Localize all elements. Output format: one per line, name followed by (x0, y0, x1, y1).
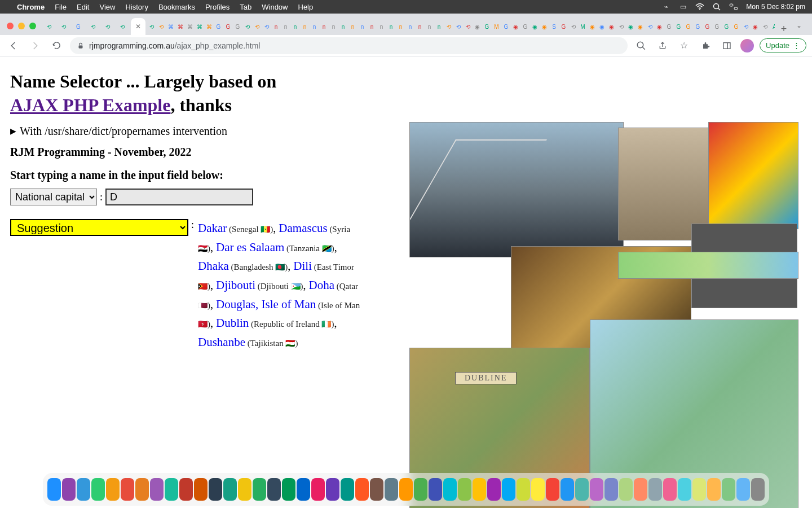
dock-app[interactable] (179, 478, 193, 501)
dock-app[interactable] (209, 478, 222, 501)
tab-bg[interactable]: ⟲ (262, 18, 271, 35)
tab-bg[interactable]: G (520, 18, 530, 35)
tab-bg[interactable]: G (482, 18, 492, 35)
update-button[interactable]: Update ⋮ (760, 38, 806, 52)
tab-bg[interactable]: ◉ (655, 18, 664, 35)
tab-bg[interactable]: n (329, 18, 338, 35)
back-button[interactable] (6, 38, 21, 54)
tab-bg[interactable]: G (703, 18, 712, 35)
tab-bg[interactable]: S (549, 18, 559, 35)
menu-view[interactable]: View (99, 3, 115, 11)
suggestion-link[interactable]: Dili (293, 259, 312, 273)
dock-app[interactable] (326, 478, 339, 501)
suggestion-link[interactable]: Djibouti (216, 278, 255, 292)
fullscreen-window-button[interactable] (29, 23, 36, 29)
tab-bg[interactable]: G (674, 18, 683, 35)
suggestion-link[interactable]: Dushanbe (198, 335, 245, 349)
tab-bg[interactable]: ◉ (530, 18, 540, 35)
tab-bg[interactable]: G (214, 18, 223, 35)
tab-bg[interactable]: n (415, 18, 425, 35)
dock-app[interactable] (619, 478, 633, 501)
tab-bg[interactable]: ⌘ (204, 18, 214, 35)
dock-app[interactable] (590, 478, 603, 501)
suggestion-link[interactable]: Dublin (216, 316, 249, 330)
tab-bg[interactable]: n (434, 18, 444, 35)
dock-app[interactable] (135, 478, 149, 501)
tab-bg[interactable]: n (319, 18, 329, 35)
tab-bg[interactable]: ⟲ (453, 18, 463, 35)
tab-bg[interactable]: ◉ (597, 18, 607, 35)
dock-app[interactable] (561, 478, 574, 501)
dock-app[interactable] (546, 478, 559, 501)
dock-app[interactable] (150, 478, 164, 501)
tab-bg[interactable]: n (281, 18, 290, 35)
tab-bg[interactable]: ⌘ (195, 18, 204, 35)
tab-bg[interactable]: G (731, 18, 741, 35)
dock-app[interactable] (517, 478, 530, 501)
menubar-app-name[interactable]: Chrome (17, 3, 45, 11)
dock-app[interactable] (634, 478, 647, 501)
dock-app[interactable] (238, 478, 251, 501)
spotlight-icon[interactable] (712, 2, 721, 11)
tab-bg[interactable]: ⟲ (252, 18, 262, 35)
tab-bg[interactable]: n (386, 18, 396, 35)
suggestion-link[interactable]: Doha (309, 278, 335, 292)
suggestion-link[interactable]: Douglas, Isle of Man (216, 297, 316, 311)
menu-profiles[interactable]: Profiles (205, 3, 230, 11)
dock-app[interactable] (106, 478, 120, 501)
suggestion-link[interactable]: Dakar (198, 221, 227, 235)
dock-app[interactable] (194, 478, 208, 501)
dock-app[interactable] (370, 478, 383, 501)
tab-bg[interactable]: ⟲ (86, 18, 100, 35)
tab-bg[interactable]: n (358, 18, 367, 35)
dock-app[interactable] (751, 478, 765, 501)
dock-app[interactable] (355, 478, 369, 501)
dock-app[interactable] (575, 478, 589, 501)
dock-app[interactable] (692, 478, 706, 501)
tab-bg[interactable]: n (290, 18, 300, 35)
menubar-clock[interactable]: Mon 5 Dec 8:02 pm (746, 3, 805, 11)
share-icon[interactable] (655, 38, 670, 54)
dock-app[interactable] (165, 478, 178, 501)
tab-bg[interactable]: ◉ (588, 18, 597, 35)
dock-app[interactable] (736, 478, 750, 501)
dock-app[interactable] (297, 478, 310, 501)
tab-bg[interactable]: ⟲ (56, 18, 71, 35)
dock-app[interactable] (47, 478, 61, 501)
wifi-icon[interactable] (695, 2, 704, 11)
dock-app[interactable] (77, 478, 90, 501)
tab-bg[interactable]: n (425, 18, 434, 35)
tab-bg[interactable]: ⟲ (115, 18, 130, 35)
close-icon[interactable]: ✕ (135, 23, 141, 30)
tab-bg[interactable]: ⌘ (175, 18, 185, 35)
tab-active[interactable]: ✕ (131, 18, 145, 35)
dock-app[interactable] (473, 478, 486, 501)
tab-bg[interactable]: ⟲ (568, 18, 578, 35)
suggestion-link[interactable]: Damascus (279, 221, 327, 235)
dock-app[interactable] (429, 478, 442, 501)
menu-file[interactable]: File (55, 3, 67, 11)
tab-bg[interactable]: G (712, 18, 722, 35)
dock-app[interactable] (487, 478, 501, 501)
tab-bg[interactable]: G (559, 18, 568, 35)
dock-app[interactable] (678, 478, 691, 501)
reload-button[interactable] (48, 38, 64, 54)
tab-bg[interactable]: ◉ (511, 18, 520, 35)
tab-bg[interactable]: G (693, 18, 703, 35)
dock-app[interactable] (91, 478, 105, 501)
dock-app[interactable] (414, 478, 427, 501)
bookmark-star-icon[interactable]: ☆ (676, 38, 692, 54)
tab-bg[interactable]: A (770, 18, 775, 35)
dock-app[interactable] (604, 478, 618, 501)
dock-app[interactable] (707, 478, 721, 501)
dock-app[interactable] (253, 478, 266, 501)
dock-app[interactable] (267, 478, 281, 501)
tab-bg[interactable]: n (300, 18, 310, 35)
dock-app[interactable] (502, 478, 515, 501)
new-tab-button[interactable]: + (776, 23, 792, 35)
tab-bg[interactable]: n (348, 18, 358, 35)
tab-bg[interactable]: ⟲ (616, 18, 626, 35)
tab-bg[interactable]: n (396, 18, 405, 35)
category-select[interactable]: National capital (10, 189, 97, 205)
side-panel-icon[interactable] (719, 38, 735, 54)
